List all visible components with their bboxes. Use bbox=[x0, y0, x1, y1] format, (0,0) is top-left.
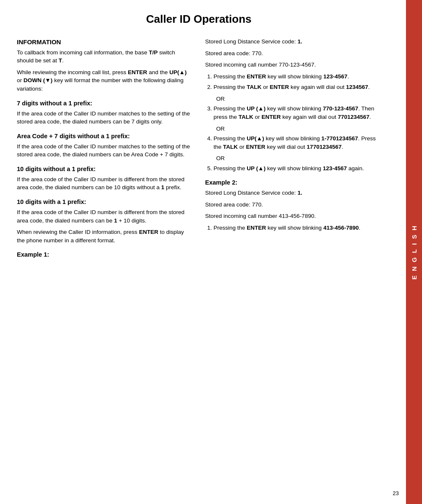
left-column: INFORMATION To callback from incoming ca… bbox=[17, 38, 193, 261]
para-7digit: If the area code of the Caller ID number… bbox=[17, 110, 193, 126]
list-item-1: Pressing the ENTER key will show blinkin… bbox=[214, 72, 381, 81]
heading-area: Area Code + 7 digits without a 1 prefix: bbox=[17, 132, 193, 141]
example1-heading: Example 1: bbox=[17, 250, 193, 259]
page-number: 23 bbox=[393, 490, 399, 496]
para-area: If the area code of the Caller ID number… bbox=[17, 142, 193, 159]
heading-10no1: 10 digits without a 1 prefix: bbox=[17, 165, 193, 174]
information-heading: INFORMATION bbox=[17, 38, 193, 47]
list-item-2: Pressing the TALK or ENTER key again wil… bbox=[214, 83, 381, 91]
example2-ldc: Stored Long Distance Service code: 1. bbox=[205, 189, 381, 197]
page-title: Caller ID Operations bbox=[17, 13, 381, 26]
or-3: OR bbox=[205, 154, 381, 163]
stored-ldc: Stored Long Distance Service code: 1. bbox=[205, 38, 381, 46]
heading-10with1: 10 digits with a 1 prefix: bbox=[17, 198, 193, 206]
para-10with1: If the area code of the Caller ID number… bbox=[17, 208, 193, 225]
example2-list-item-1: Pressing the ENTER key will show blinkin… bbox=[214, 224, 381, 232]
list-item-3: Pressing the UP (▲) key will show blinki… bbox=[214, 105, 381, 121]
list-item-4: Pressing the UP(▲) key will show blinkin… bbox=[214, 134, 381, 151]
example2-heading: Example 2: bbox=[205, 178, 381, 187]
example1-list-4: Pressing the UP (▲) key will show blinki… bbox=[205, 164, 381, 173]
or-1: OR bbox=[205, 95, 381, 103]
content-area: INFORMATION To callback from incoming ca… bbox=[17, 38, 381, 261]
heading-7digit: 7 digits without a 1 prefix: bbox=[17, 99, 193, 108]
list-item-5: Pressing the UP (▲) key will show blinki… bbox=[214, 164, 381, 173]
page-container: Caller ID Operations INFORMATION To call… bbox=[0, 0, 422, 504]
example2-list: Pressing the ENTER key will show blinkin… bbox=[205, 224, 381, 232]
para-reviewing: When reviewing the Caller ID information… bbox=[17, 228, 193, 244]
example2-area: Stored area code: 770. bbox=[205, 201, 381, 209]
right-column: Stored Long Distance Service code: 1. St… bbox=[205, 38, 381, 261]
example1-list-3: Pressing the UP(▲) key will show blinkin… bbox=[205, 134, 381, 151]
stored-incoming: Stored incoming call number 770-123-4567… bbox=[205, 61, 381, 69]
or-2: OR bbox=[205, 125, 381, 133]
example1-list: Pressing the ENTER key will show blinkin… bbox=[205, 72, 381, 91]
example2-incoming: Stored incoming call number 413-456-7890… bbox=[205, 212, 381, 220]
para-10no1: If the area code of the Caller ID number… bbox=[17, 175, 193, 192]
para-reviewing-incoming: While reviewing the incoming call list, … bbox=[17, 68, 193, 93]
example1-list-2: Pressing the UP (▲) key will show blinki… bbox=[205, 105, 381, 121]
stored-area: Stored area code: 770. bbox=[205, 49, 381, 58]
para-callback: To callback from incoming call informati… bbox=[17, 48, 193, 65]
